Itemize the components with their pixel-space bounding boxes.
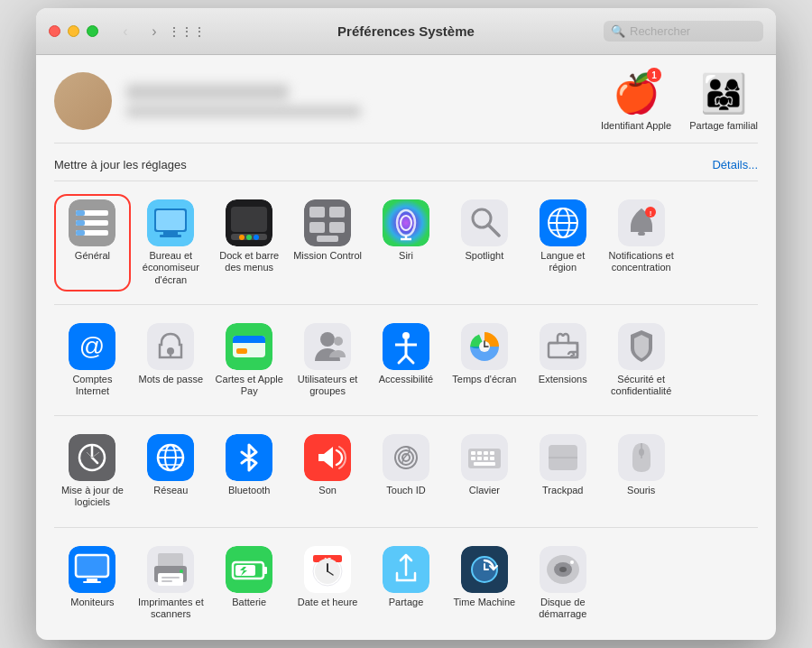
apple-id-label: Identifiant Apple bbox=[601, 120, 671, 132]
notifications-icon: ! bbox=[618, 199, 665, 246]
row3-grid: Mise à jour de logiciels bbox=[54, 429, 758, 514]
security-icon bbox=[618, 323, 665, 370]
search-input[interactable] bbox=[630, 24, 756, 38]
mouse-icon bbox=[618, 434, 665, 481]
icon-battery[interactable]: Batterie bbox=[211, 541, 288, 625]
icon-startup[interactable]: Disque de démarrage bbox=[524, 541, 601, 625]
icon-users[interactable]: Utilisateurs et groupes bbox=[290, 318, 366, 403]
icon-timemachine[interactable]: Time Machine bbox=[446, 541, 522, 625]
svg-rect-86 bbox=[484, 451, 488, 455]
icon-accessibility[interactable]: Accessibilité bbox=[368, 318, 445, 403]
titlebar: ‹ › ⋮⋮⋮ Préférences Système 🔍 bbox=[36, 8, 776, 55]
svg-rect-88 bbox=[471, 457, 475, 460]
svg-point-56 bbox=[402, 332, 410, 339]
svg-rect-21 bbox=[309, 222, 325, 233]
icon-screensaver[interactable]: Bureau et économiseur d'écran bbox=[133, 194, 209, 292]
extensions-icon bbox=[540, 323, 586, 370]
icon-sound[interactable]: Son bbox=[290, 429, 366, 514]
mission-icon bbox=[304, 199, 351, 246]
family-sharing-item[interactable]: 👨‍👩‍👧 Partage familial bbox=[689, 69, 758, 132]
icon-software[interactable]: Mise à jour de logiciels bbox=[54, 429, 131, 514]
close-button[interactable] bbox=[49, 25, 60, 37]
sharing-label: Partage bbox=[389, 597, 424, 608]
monitors-icon bbox=[69, 546, 115, 593]
update-text: Mettre à jour les réglages bbox=[54, 158, 187, 171]
icon-spotlight[interactable]: Spotlight bbox=[446, 194, 522, 292]
icon-screentime[interactable]: Temps d'écran bbox=[446, 318, 522, 403]
software-label: Mise à jour de logiciels bbox=[57, 485, 127, 508]
icon-dock[interactable]: Dock et barre des menus bbox=[211, 194, 288, 292]
icon-bluetooth[interactable]: Bluetooth bbox=[211, 429, 288, 514]
datetime-label: Date et heure bbox=[298, 597, 358, 608]
icon-wallet[interactable]: Cartes et Apple Pay bbox=[211, 318, 288, 403]
svg-rect-87 bbox=[490, 451, 494, 455]
general-icon bbox=[69, 199, 115, 246]
icon-general[interactable]: Général bbox=[54, 194, 131, 292]
icon-keyboard[interactable]: Clavier bbox=[446, 429, 522, 514]
screentime-icon bbox=[461, 323, 508, 370]
icon-sharing[interactable]: Partage bbox=[368, 541, 445, 625]
spotlight-label: Spotlight bbox=[465, 250, 503, 262]
mission-label: Mission Control bbox=[293, 250, 362, 262]
svg-point-17 bbox=[254, 235, 259, 240]
siri-label: Siri bbox=[399, 250, 413, 262]
sharing-icon bbox=[383, 546, 429, 593]
accounts-icon: @ bbox=[69, 323, 115, 370]
svg-rect-51 bbox=[236, 348, 247, 354]
icon-trackpad[interactable]: Trackpad bbox=[524, 429, 601, 514]
icon-mission[interactable]: Mission Control bbox=[290, 194, 366, 292]
icon-security[interactable]: Sécurité et confidentialité bbox=[603, 318, 679, 403]
update-bar: Mettre à jour les réglages Détails... bbox=[54, 151, 758, 181]
datetime-icon: 17 bbox=[304, 546, 351, 593]
maximize-button[interactable] bbox=[87, 25, 98, 37]
icon-accounts[interactable]: @ Comptes Internet bbox=[54, 318, 131, 403]
icon-passwords[interactable]: Mots de passe bbox=[133, 318, 209, 403]
svg-rect-85 bbox=[477, 451, 482, 455]
startup-icon bbox=[540, 546, 586, 593]
icon-siri[interactable]: Siri bbox=[368, 194, 445, 292]
icon-mouse[interactable]: Souris bbox=[603, 429, 679, 514]
svg-rect-103 bbox=[83, 581, 101, 583]
avatar bbox=[54, 72, 112, 130]
details-link[interactable]: Détails... bbox=[712, 158, 758, 171]
svg-rect-10 bbox=[163, 232, 178, 235]
svg-rect-78 bbox=[383, 434, 429, 481]
icon-extensions[interactable]: Extensions bbox=[524, 318, 601, 403]
apple-id-item[interactable]: 🍎 1 Identifiant Apple bbox=[601, 69, 671, 132]
svg-point-15 bbox=[239, 235, 245, 240]
keyboard-icon bbox=[461, 434, 508, 481]
svg-text:!: ! bbox=[649, 209, 651, 218]
nav-buttons: ‹ › ⋮⋮⋮ bbox=[113, 22, 199, 42]
minimize-button[interactable] bbox=[68, 25, 79, 37]
forward-button[interactable]: › bbox=[142, 22, 167, 42]
sound-label: Son bbox=[318, 485, 337, 496]
svg-rect-84 bbox=[471, 451, 475, 455]
users-icon bbox=[304, 323, 351, 370]
icon-datetime[interactable]: 17 Date et heure bbox=[290, 541, 366, 625]
battery-label: Batterie bbox=[232, 597, 266, 608]
svg-rect-105 bbox=[158, 553, 183, 568]
icon-monitors[interactable]: Moniteurs bbox=[54, 541, 131, 625]
printers-label: Imprimantes et scanners bbox=[135, 597, 206, 620]
back-button[interactable]: ‹ bbox=[113, 22, 138, 42]
grid-button[interactable]: ⋮⋮⋮ bbox=[174, 22, 199, 42]
svg-rect-91 bbox=[490, 457, 494, 460]
icon-printers[interactable]: Imprimantes et scanners bbox=[133, 541, 209, 625]
language-icon bbox=[540, 199, 586, 246]
apple-id-icon-wrap: 🍎 1 bbox=[613, 69, 660, 116]
icon-touchid[interactable]: Touch ID bbox=[368, 429, 445, 514]
icon-notifications[interactable]: ! Notifications et concentration bbox=[603, 194, 679, 292]
trackpad-label: Trackpad bbox=[542, 485, 583, 496]
row1-grid: Général Bureau et économiseur d'écran bbox=[54, 194, 758, 292]
screensaver-icon bbox=[147, 199, 194, 246]
search-box[interactable]: 🔍 bbox=[604, 21, 763, 42]
spotlight-icon bbox=[461, 199, 508, 246]
keyboard-label: Clavier bbox=[469, 485, 500, 496]
icon-language[interactable]: Langue et région bbox=[524, 194, 601, 292]
icon-network[interactable]: Réseau bbox=[133, 429, 209, 514]
svg-rect-23 bbox=[317, 236, 338, 242]
svg-point-16 bbox=[246, 235, 252, 240]
touchid-label: Touch ID bbox=[386, 485, 425, 496]
svg-rect-20 bbox=[329, 207, 345, 218]
svg-rect-9 bbox=[156, 210, 185, 230]
